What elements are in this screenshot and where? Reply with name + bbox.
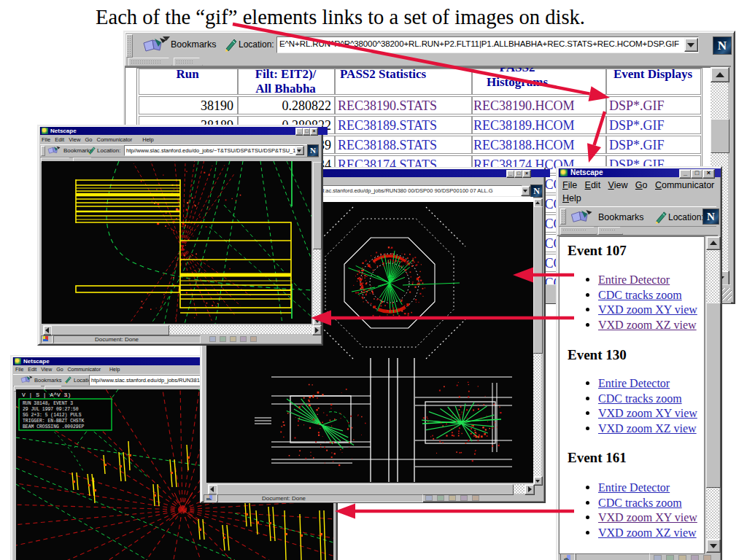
svg-text:V | S | A^V 3): V | S | A^V 3) xyxy=(22,392,71,398)
svg-text:BEAM CROSSING .00029EP: BEAM CROSSING .00029EP xyxy=(23,424,85,429)
svg-text:29 JUL 1997 09:27:50: 29 JUL 1997 09:27:50 xyxy=(23,407,79,412)
svg-text:SG 2+3: 5 (1412) PULS: SG 2+3: 5 (1412) PULS xyxy=(23,413,82,418)
svg-text:TRIGGER: EN-BBZT CHSTK: TRIGGER: EN-BBZT CHSTK xyxy=(23,419,85,424)
svg-text:RUN 38148, EVENT 3: RUN 38148, EVENT 3 xyxy=(23,401,73,406)
